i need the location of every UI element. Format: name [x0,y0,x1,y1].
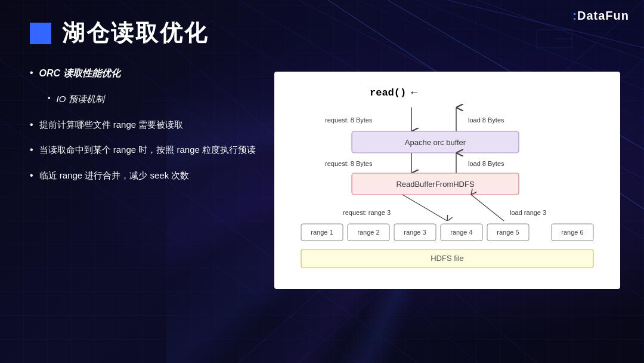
title-area: 湖仓读取优化 [30,18,614,48]
bullet-dot-3: • [30,144,33,155]
svg-text:range 5: range 5 [497,229,519,236]
svg-line-35 [471,195,504,221]
page-title: 湖仓读取优化 [62,18,209,48]
bullet-group-1: • ORC 读取性能优化 • IO 预读机制 [30,66,268,106]
svg-text:request: range 3: request: range 3 [343,209,391,216]
read-label: read() ← [292,87,602,99]
svg-text:range 2: range 2 [357,229,379,236]
bullet-dot-1: • [30,67,33,78]
sub-bullet-text-1-1: IO 预读机制 [57,93,104,106]
svg-text:load range 3: load range 3 [510,209,546,216]
svg-text:load 8 Bytes: load 8 Bytes [468,116,504,124]
bullet-text-1: ORC 读取性能优化 [39,66,120,81]
bullet-main-1: • ORC 读取性能优化 [30,66,268,81]
diagram-svg: request: 8 Bytes load 8 Bytes Apache orc… [292,101,602,275]
diagram-panel: read() ← request: 8 Bytes load 8 Bytes A… [274,72,620,289]
svg-text:ReadBufferFromHDFS: ReadBufferFromHDFS [396,180,475,189]
main-content: 湖仓读取优化 • ORC 读取性能优化 • IO 预读机制 • 提前计算哪些文件… [0,0,644,363]
svg-text:HDFS file: HDFS file [431,254,464,263]
bullet-dot-2: • [30,119,33,130]
svg-text:range 6: range 6 [561,229,583,236]
sub-bullet-1-1: • IO 预读机制 [48,93,268,106]
title-icon [30,23,51,44]
arrow-from-read: ← [411,87,417,99]
svg-text:load 8 Bytes: load 8 Bytes [468,160,504,167]
svg-text:range 1: range 1 [311,229,333,236]
svg-text:Apache orc buffer: Apache orc buffer [405,138,466,147]
sub-bullet-dot-1-1: • [48,94,51,103]
read-function-label: read() [370,87,406,99]
bullet-group-2: • 提前计算哪些文件 range 需要被读取 [30,118,268,132]
left-content: • ORC 读取性能优化 • IO 预读机制 • 提前计算哪些文件 range … [30,66,268,194]
svg-text:request: 8 Bytes: request: 8 Bytes [325,116,373,124]
bullet-text-4: 临近 range 进行合并，减少 seek 次数 [39,169,190,183]
svg-line-34 [402,195,447,221]
bullet-group-3: • 当读取命中到某个 range 时，按照 range 粒度执行预读 [30,143,268,157]
bullet-text-3: 当读取命中到某个 range 时，按照 range 粒度执行预读 [39,143,256,157]
svg-text:range 4: range 4 [450,229,472,236]
svg-text:range 3: range 3 [404,229,426,236]
bullet-group-4: • 临近 range 进行合并，减少 seek 次数 [30,169,268,183]
bullet-text-2: 提前计算哪些文件 range 需要被读取 [39,118,184,132]
svg-text:request: 8 Bytes: request: 8 Bytes [325,160,373,167]
bullet-dot-4: • [30,170,33,181]
